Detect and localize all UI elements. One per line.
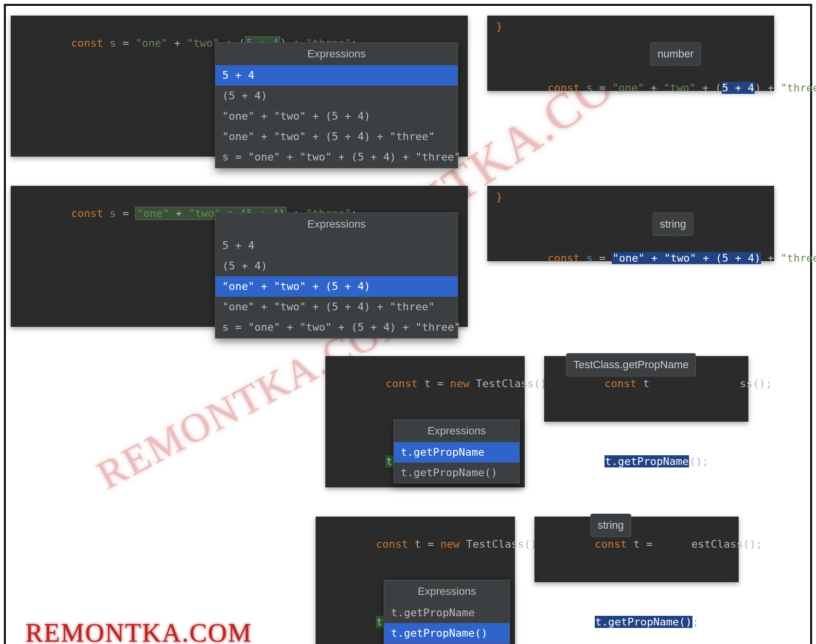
keyword-const: const — [71, 37, 103, 49]
popup-item[interactable]: "one" + "two" + (5 + 4) — [215, 276, 458, 297]
code-line: const s = "one" + "two" + (5 + 4) + "thr… — [487, 60, 774, 116]
editor-panel-2[interactable]: } const s = "one" + "two" + (5 + 4) + "t… — [487, 16, 774, 91]
type-tooltip-string: string — [653, 213, 693, 236]
type-tooltip-testclass: TestClass.getPropName — [566, 353, 696, 376]
editor-panel-8[interactable]: const t = new TestClass(); t.getPropName… — [534, 517, 739, 582]
editor-panel-7[interactable]: const t = new TestClass(); t.getPropName… — [316, 517, 515, 644]
popup-item[interactable]: 5 + 4 — [215, 65, 458, 86]
editor-panel-5[interactable]: const t = new TestClass(); t.getPropName… — [325, 356, 525, 487]
popup-item[interactable]: t.getPropName — [394, 442, 519, 463]
expressions-popup[interactable]: Expressions t.getPropName t.getPropName(… — [384, 580, 510, 644]
popup-title: Expressions — [384, 580, 510, 603]
selected-expr: "one" + "two" + (5 + 4) — [612, 252, 761, 264]
popup-item[interactable]: "one" + "two" + (5 + 4) + "three" — [215, 297, 458, 317]
expressions-popup[interactable]: Expressions t.getPropName t.getPropName(… — [393, 419, 520, 483]
editor-panel-6[interactable]: const t = new TestClass(); t.getPropName… — [544, 356, 748, 422]
popup-item[interactable]: s = "one" + "two" + (5 + 4) + "three" — [215, 147, 458, 167]
popup-item[interactable]: t.getPropName — [384, 603, 510, 623]
var-s: s — [109, 37, 116, 49]
editor-panel-4[interactable]: } const s = "one" + "two" + (5 + 4) + "t… — [487, 186, 774, 261]
popup-item[interactable]: (5 + 4) — [215, 86, 458, 106]
selected-expr: 5 + 4 — [722, 82, 755, 94]
popup-item[interactable]: "one" + "two" + (5 + 4) + "three" — [215, 126, 458, 147]
type-tooltip-number: number — [650, 42, 701, 66]
code-line: } — [487, 16, 774, 38]
popup-item[interactable]: 5 + 4 — [215, 235, 458, 256]
popup-item[interactable]: (5 + 4) — [215, 256, 458, 276]
popup-title: Expressions — [215, 213, 458, 235]
popup-item[interactable]: "one" + "two" + (5 + 4) — [215, 106, 458, 126]
expressions-popup[interactable]: Expressions 5 + 4 (5 + 4) "one" + "two" … — [215, 42, 458, 168]
expressions-popup[interactable]: Expressions 5 + 4 (5 + 4) "one" + "two" … — [215, 213, 458, 339]
popup-title: Expressions — [215, 43, 458, 65]
editor-panel-3[interactable]: const s = "one" + "two" + (5 + 4) + "thr… — [11, 186, 468, 327]
popup-item[interactable]: t.getPropName() — [394, 463, 519, 483]
code-line: const t = new TestClass(); — [325, 356, 525, 411]
selected-expr: t.getPropName — [604, 455, 689, 467]
type-tooltip-string: string — [590, 514, 631, 537]
popup-item[interactable]: t.getPropName() — [384, 623, 510, 644]
popup-item[interactable]: s = "one" + "two" + (5 + 4) + "three" — [215, 317, 458, 338]
popup-title: Expressions — [394, 420, 519, 442]
code-line: const s = "one" + "two" + (5 + 4) + "thr… — [487, 231, 774, 286]
editor-panel-1[interactable]: const s = "one" + "two" + (5 + 4) + "thr… — [11, 16, 468, 157]
selected-expr: t.getPropName() — [595, 616, 692, 628]
